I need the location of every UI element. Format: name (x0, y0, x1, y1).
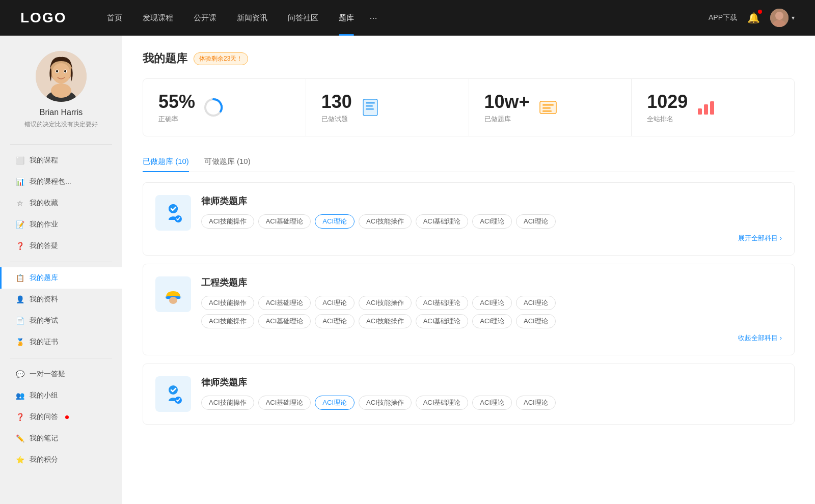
logo[interactable]: LOGO (20, 10, 66, 26)
tag-lawyer2-5[interactable]: ACI理论 (472, 396, 512, 410)
nav-discover[interactable]: 发现课程 (132, 0, 183, 36)
tag-eng-r2-4[interactable]: ACI基础理论 (416, 314, 469, 328)
stat-done-banks-label: 已做题库 (484, 115, 530, 124)
tag-eng-r1-1[interactable]: ACI基础理论 (258, 296, 311, 310)
bank-tags-engineer-row2: ACI技能操作 ACI基础理论 ACI理论 ACI技能操作 ACI基础理论 AC… (201, 314, 782, 328)
sidebar-item-myqa[interactable]: ❓ 我的问答 (0, 406, 122, 428)
stat-site-rank: 1029 全站排名 (632, 79, 794, 136)
sidebar-item-tutoring[interactable]: 💬 一对一答疑 (0, 363, 122, 385)
tag-eng-r1-3[interactable]: ACI技能操作 (359, 296, 412, 310)
sidebar-item-mycourse[interactable]: ⬜ 我的课程 (0, 150, 122, 171)
tag-eng-r1-2[interactable]: ACI理论 (315, 296, 355, 310)
bank-icon-engineer (155, 276, 191, 312)
sidebar-item-notes[interactable]: ✏️ 我的笔记 (0, 428, 122, 449)
tag-eng-r2-6[interactable]: ACI理论 (516, 314, 556, 328)
tag-lawyer1-6[interactable]: ACI理论 (516, 214, 556, 229)
notification-badge (758, 10, 762, 14)
tag-lawyer2-1[interactable]: ACI基础理论 (258, 396, 311, 410)
sidebar-item-points[interactable]: ⭐ 我的积分 (0, 449, 122, 470)
expand-link-engineer[interactable]: 收起全部科目 › (201, 333, 782, 343)
tag-lawyer1-3[interactable]: ACI技能操作 (359, 214, 412, 229)
questionbank-icon: 📋 (15, 274, 24, 282)
tag-lawyer1-1[interactable]: ACI基础理论 (258, 214, 311, 229)
app-download-link[interactable]: APP下载 (709, 13, 737, 22)
sidebar-item-certificate[interactable]: 🏅 我的证书 (0, 331, 122, 353)
nav-news[interactable]: 新闻资讯 (227, 0, 278, 36)
svg-rect-25 (704, 104, 708, 115)
nav-home[interactable]: 首页 (97, 0, 132, 36)
sidebar-item-questionbank[interactable]: 📋 我的题库 (0, 267, 122, 289)
tag-lawyer1-0[interactable]: ACI技能操作 (201, 214, 254, 229)
user-menu-chevron: ▾ (792, 14, 795, 21)
tag-eng-r2-0[interactable]: ACI技能操作 (201, 314, 254, 328)
homework-icon: 📝 (15, 220, 24, 229)
tab-available-banks[interactable]: 可做题库 (10) (204, 152, 251, 172)
svg-point-12 (51, 83, 71, 98)
tag-lawyer2-0[interactable]: ACI技能操作 (201, 396, 254, 410)
nav-qa[interactable]: 问答社区 (278, 0, 329, 36)
expand-link-lawyer-1[interactable]: 展开全部科目 › (201, 234, 782, 243)
stat-done-banks: 10w+ 已做题库 (469, 79, 632, 136)
tag-eng-r1-0[interactable]: ACI技能操作 (201, 296, 254, 310)
bank-icon-lawyer-2 (155, 376, 191, 412)
points-icon: ⭐ (15, 456, 24, 464)
stat-done-questions-value: 130 (321, 91, 352, 113)
sidebar-item-favorites[interactable]: ☆ 我的收藏 (0, 192, 122, 214)
user-avatar-menu[interactable]: ▾ (770, 9, 795, 27)
nav-more[interactable]: ··· (364, 13, 382, 23)
correct-rate-icon (203, 97, 224, 118)
qa-notification-dot (65, 415, 69, 419)
tag-lawyer1-4[interactable]: ACI基础理论 (416, 214, 469, 229)
sidebar-item-qa[interactable]: ❓ 我的答疑 (0, 235, 122, 257)
svg-rect-24 (698, 108, 702, 115)
nav-opencourse[interactable]: 公开课 (183, 0, 227, 36)
bank-icon-lawyer-1 (155, 195, 191, 231)
profile-avatar (36, 51, 87, 102)
done-questions-icon (360, 97, 381, 118)
sidebar-item-coursepack[interactable]: 📊 我的课程包... (0, 171, 122, 192)
tag-lawyer1-2[interactable]: ACI理论 (315, 214, 355, 229)
bank-name-lawyer-1: 律师类题库 (201, 195, 782, 207)
tag-eng-r2-1[interactable]: ACI基础理论 (258, 314, 311, 328)
svg-rect-23 (542, 110, 552, 112)
stat-done-questions-label: 已做试题 (321, 115, 352, 124)
tag-eng-r2-3[interactable]: ACI技能操作 (359, 314, 412, 328)
stat-done-questions: 130 已做试题 (306, 79, 469, 136)
tag-eng-r1-5[interactable]: ACI理论 (472, 296, 512, 310)
bank-tags-lawyer-1: ACI技能操作 ACI基础理论 ACI理论 ACI技能操作 ACI基础理论 AC… (201, 214, 782, 229)
nav-questionbank[interactable]: 题库 (329, 0, 364, 36)
tag-eng-r2-2[interactable]: ACI理论 (315, 314, 355, 328)
svg-rect-22 (542, 107, 551, 109)
profile-icon: 👤 (15, 295, 24, 303)
tag-lawyer2-2[interactable]: ACI理论 (315, 396, 355, 410)
avatar (770, 9, 789, 27)
svg-point-6 (52, 63, 70, 83)
tag-eng-r1-6[interactable]: ACI理论 (516, 296, 556, 310)
done-banks-icon (538, 97, 558, 118)
tag-lawyer2-4[interactable]: ACI基础理论 (416, 396, 469, 410)
profile-motto: 错误的决定比没有决定要好 (10, 120, 112, 129)
sidebar-item-groups[interactable]: 👥 我的小组 (0, 385, 122, 406)
groups-icon: 👥 (15, 391, 24, 400)
bank-name-lawyer-2: 律师类题库 (201, 376, 782, 388)
header-right: APP下载 🔔 ▾ (709, 9, 795, 27)
tag-lawyer2-3[interactable]: ACI技能操作 (359, 396, 412, 410)
svg-point-10 (64, 70, 66, 73)
tag-eng-r1-4[interactable]: ACI基础理论 (416, 296, 469, 310)
tag-eng-r2-5[interactable]: ACI理论 (472, 314, 512, 328)
bank-card-lawyer-2: 律师类题库 ACI技能操作 ACI基础理论 ACI理论 ACI技能操作 ACI基… (143, 363, 795, 425)
bank-tags-lawyer-2: ACI技能操作 ACI基础理论 ACI理论 ACI技能操作 ACI基础理论 AC… (201, 396, 782, 410)
tab-done-banks[interactable]: 已做题库 (10) (143, 152, 189, 172)
star-icon: ☆ (15, 199, 24, 207)
sidebar-item-profile[interactable]: 👤 我的资料 (0, 289, 122, 310)
bank-name-engineer: 工程类题库 (201, 276, 782, 289)
svg-rect-18 (366, 108, 374, 110)
sidebar-item-exam[interactable]: 📄 我的考试 (0, 310, 122, 331)
svg-point-34 (169, 385, 178, 395)
notification-bell[interactable]: 🔔 (747, 12, 760, 24)
tag-lawyer2-6[interactable]: ACI理论 (516, 396, 556, 410)
sidebar-item-homework[interactable]: 📝 我的作业 (0, 214, 122, 235)
tag-lawyer1-5[interactable]: ACI理论 (472, 214, 512, 229)
stat-correct-rate: 55% 正确率 (143, 79, 306, 136)
svg-rect-14 (363, 99, 377, 116)
